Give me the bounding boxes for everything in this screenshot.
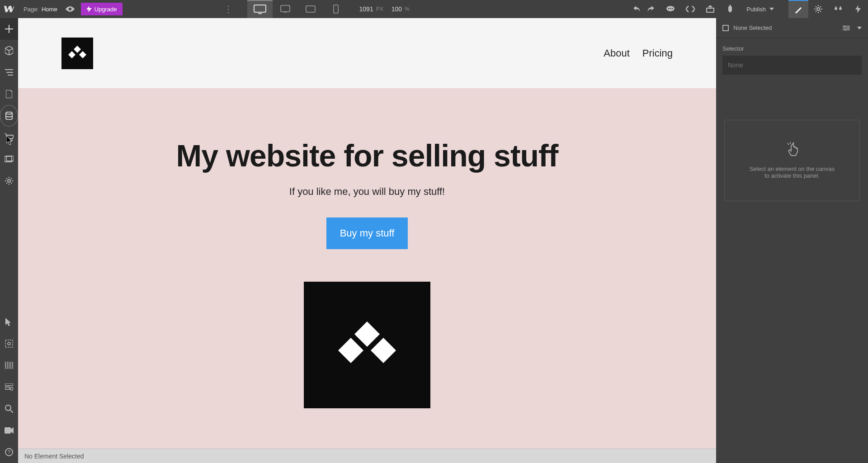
more-menu-icon[interactable]: ⋮ [217,4,239,14]
svg-marker-28 [11,427,14,434]
selection-box-icon [722,25,729,31]
svg-point-40 [845,29,846,30]
redo-icon[interactable] [641,0,660,18]
selection-text: None Selected [733,24,772,31]
upgrade-button[interactable]: Upgrade [81,3,123,15]
svg-point-8 [668,8,670,9]
video-icon[interactable] [0,420,18,441]
svg-marker-31 [74,46,81,53]
page-label: Page: [18,6,42,13]
webflow-logo[interactable] [0,0,18,18]
svg-point-25 [5,405,11,411]
svg-marker-32 [68,51,75,58]
canvas-zoom-value[interactable]: 100 [392,5,402,13]
top-toolbar: Page: Home Upgrade ⋮ 1091 PX 100 % Publi… [0,0,868,18]
chevron-down-icon[interactable] [857,27,862,29]
preview-eye-icon[interactable] [62,0,78,18]
page-name[interactable]: Home [42,6,62,13]
cursor-tool-icon[interactable] [0,311,18,333]
rocket-icon[interactable] [720,0,740,18]
site-navbar[interactable]: About Pricing [18,18,716,88]
no-selection-hint: Select an element on the canvas to activ… [750,165,835,179]
nav-link-about[interactable]: About [604,47,630,59]
panel-tab-group [788,0,868,18]
selector-input[interactable] [722,56,862,75]
settings-gear-icon[interactable] [0,170,18,192]
brand-logo[interactable] [61,38,93,69]
mouse-cursor [6,136,14,146]
svg-point-14 [6,112,12,114]
style-manager-droplets-icon[interactable] [828,0,848,18]
bolt-icon [86,6,92,12]
svg-rect-22 [5,383,13,386]
viewport-switcher [247,0,349,18]
hero-section[interactable]: My website for selling stuff If you like… [18,88,716,449]
navigator-icon[interactable] [0,61,18,83]
add-element-icon[interactable] [0,18,18,40]
canvas-width-value[interactable]: 1091 [359,5,373,13]
svg-marker-0 [86,6,92,12]
topbar-right: Publish [627,0,868,18]
click-hand-icon [786,142,798,156]
code-icon[interactable] [680,0,700,18]
svg-rect-37 [723,25,728,31]
status-bar: No Element Selected [18,449,716,463]
svg-point-12 [817,8,820,10]
settings-tab-gear-icon[interactable] [808,0,828,18]
publish-label: Publish [746,6,766,13]
no-selection-card: Select an element on the canvas to activ… [724,120,860,201]
assets-images-icon[interactable] [0,148,18,170]
publish-button[interactable]: Publish [740,6,780,13]
hero-subtext[interactable]: If you like me, you will buy my stuff! [36,186,698,198]
cms-database-icon[interactable] [0,105,18,127]
canvas-width-unit: PX [376,6,383,12]
svg-point-39 [848,27,849,28]
audit-icon[interactable] [0,376,18,398]
svg-point-21 [8,342,10,345]
hero-image[interactable] [304,282,430,408]
nav-link-pricing[interactable]: Pricing [642,47,673,59]
guides-icon[interactable] [0,354,18,376]
svg-rect-2 [258,13,262,14]
chevron-down-icon [769,8,774,10]
export-icon[interactable] [700,0,720,18]
svg-marker-33 [79,51,86,58]
canvas-zoom-unit: % [405,6,410,12]
pages-icon[interactable] [0,83,18,105]
interactions-tab-bolt-icon[interactable] [848,0,868,18]
canvas-dimensions: 1091 PX 100 % [359,5,410,13]
svg-point-10 [672,8,673,9]
search-icon[interactable] [0,398,18,420]
svg-marker-35 [338,338,363,363]
hero-cta-button[interactable]: Buy my stuff [326,217,408,249]
svg-marker-36 [371,338,396,363]
style-panel: None Selected Selector Select an element… [716,18,868,463]
comments-icon[interactable] [660,0,680,18]
svg-rect-27 [5,427,11,434]
selector-label: Selector [716,38,868,56]
svg-rect-20 [5,340,13,347]
svg-rect-5 [306,6,315,12]
svg-rect-1 [254,5,266,12]
help-icon[interactable]: ? [0,441,18,463]
svg-rect-6 [334,5,338,13]
sliders-icon[interactable] [843,25,850,31]
svg-rect-4 [284,12,287,13]
style-tab-brush-icon[interactable] [788,0,808,18]
viewport-tablet-icon[interactable] [273,0,298,18]
viewport-tablet-landscape-icon[interactable] [298,0,323,18]
viewport-mobile-icon[interactable] [323,0,349,18]
hero-heading[interactable]: My website for selling stuff [36,138,698,173]
svg-rect-23 [5,387,9,389]
svg-text:?: ? [8,449,10,455]
svg-point-19 [8,180,10,182]
upgrade-label: Upgrade [94,6,117,13]
svg-line-26 [10,410,13,413]
xray-icon[interactable] [0,333,18,354]
site-preview: About Pricing My website for selling stu… [18,18,716,449]
svg-point-24 [10,387,13,390]
nav-links: About Pricing [604,47,673,59]
viewport-desktop-icon[interactable] [247,0,273,18]
symbols-cube-icon[interactable] [0,40,18,61]
design-canvas[interactable]: About Pricing My website for selling stu… [18,18,716,449]
